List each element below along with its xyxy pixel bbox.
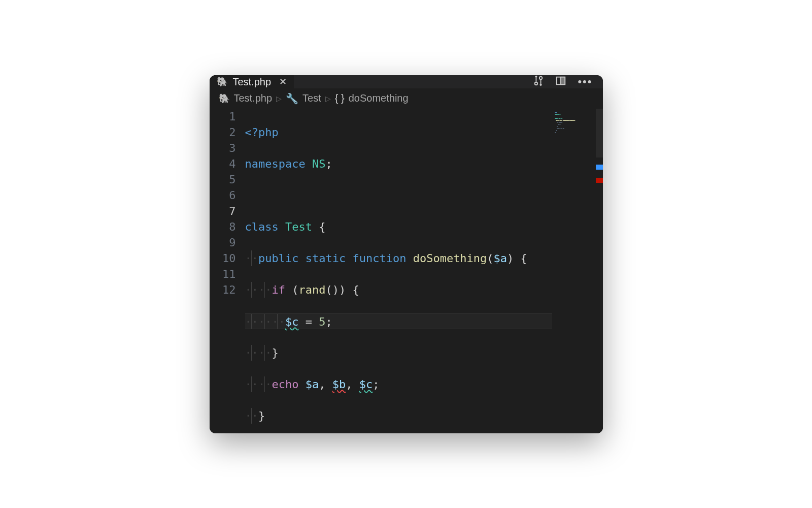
chevron-right-icon: ▷ [325, 94, 331, 103]
tab-close-icon[interactable]: ✕ [279, 76, 287, 87]
tab-bar: 🐘 Test.php ✕ ••• [210, 75, 603, 88]
overview-ruler[interactable] [596, 109, 603, 157]
info-marker[interactable] [596, 165, 603, 170]
breadcrumb[interactable]: 🐘 Test.php ▷ 🔧 Test ▷ { } doSomething [210, 88, 603, 108]
wrench-icon: 🔧 [286, 92, 298, 105]
breadcrumb-file[interactable]: Test.php [234, 92, 273, 104]
breadcrumb-method[interactable]: doSomething [349, 92, 409, 104]
svg-rect-1 [561, 77, 565, 84]
code-content[interactable]: <?php namespace NS; class Test { ··publi… [245, 108, 603, 433]
method-icon: { } [335, 92, 345, 104]
code-editor[interactable]: 1 2 3 4 5 6 7 8 9 10 11 12 <?php namespa… [210, 108, 603, 433]
editor-actions: ••• [533, 75, 602, 88]
breadcrumb-class[interactable]: Test [302, 92, 321, 104]
compare-changes-icon[interactable] [533, 75, 544, 88]
more-actions-icon[interactable]: ••• [578, 75, 592, 88]
minimap[interactable]: ▄▄ ▄▄▄▄ ▄ ▄▄▄ ▄▄ ▄ ▄▄▄ ▄▄▄ ▄▄▄▄▄▄▄▄▄▄▄▄▄… [552, 109, 603, 433]
php-icon: 🐘 [217, 76, 228, 87]
line-gutter: 1 2 3 4 5 6 7 8 9 10 11 12 [210, 108, 245, 433]
editor-window: 🐘 Test.php ✕ ••• 🐘 Test.php ▷ 🔧 Test ▷ {… [210, 75, 603, 433]
tab-filename: Test.php [233, 76, 272, 88]
split-editor-icon[interactable] [555, 75, 566, 88]
chevron-right-icon: ▷ [276, 94, 282, 103]
php-icon: 🐘 [219, 93, 230, 104]
tab-active[interactable]: 🐘 Test.php ✕ [210, 75, 294, 88]
error-marker[interactable] [596, 178, 603, 183]
